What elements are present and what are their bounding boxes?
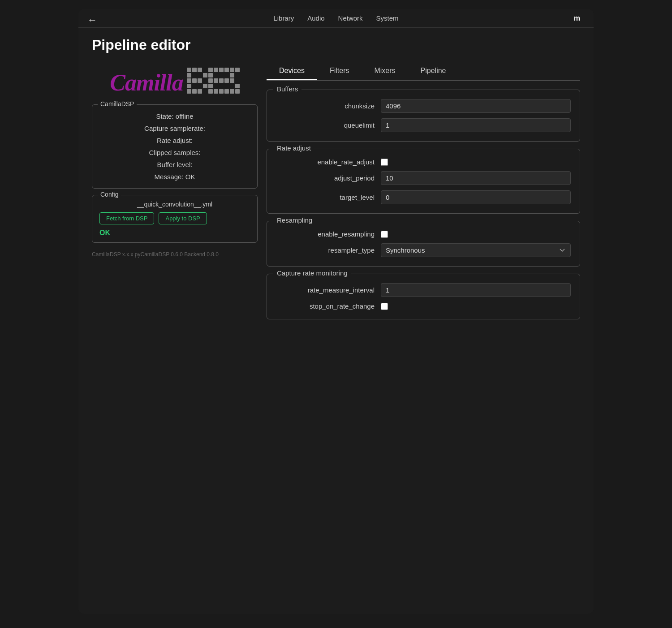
adjust-period-row: adjust_period — [276, 171, 571, 185]
chunksize-row: chunksize — [276, 99, 571, 113]
svg-rect-25 — [187, 89, 191, 94]
svg-rect-12 — [230, 73, 234, 77]
adjust-period-label: adjust_period — [276, 174, 375, 182]
rate-measure-interval-row: rate_measure_interval — [276, 283, 571, 297]
nav-links: Library Audio Network System — [273, 14, 398, 22]
svg-rect-28 — [208, 89, 213, 94]
svg-rect-33 — [235, 89, 240, 94]
svg-rect-0 — [187, 68, 191, 72]
resampling-section: Resampling enable_resampling resampler_t… — [267, 221, 580, 267]
queuelimit-input[interactable] — [381, 118, 571, 132]
svg-rect-18 — [219, 78, 224, 83]
target-level-label: target_level — [276, 194, 375, 201]
svg-rect-11 — [208, 73, 213, 77]
svg-rect-9 — [187, 73, 191, 77]
svg-rect-8 — [235, 68, 240, 72]
tab-filters[interactable]: Filters — [317, 62, 362, 80]
svg-rect-20 — [230, 78, 234, 83]
svg-rect-3 — [208, 68, 213, 72]
tab-pipeline[interactable]: Pipeline — [408, 62, 459, 80]
rate-adjust-section: Rate adjust enable_rate_adjust adjust_pe… — [267, 149, 580, 214]
queuelimit-label: queuelimit — [276, 121, 375, 129]
state-line: State: offline — [99, 110, 250, 122]
enable-rate-adjust-checkbox[interactable] — [381, 159, 388, 166]
buffer-level-line: Buffer level: — [99, 159, 250, 171]
fetch-from-dsp-button[interactable]: Fetch from DSP — [99, 212, 154, 224]
resampler-type-select[interactable]: Synchronous Asynchronous None — [381, 243, 571, 257]
target-level-row: target_level — [276, 190, 571, 204]
resampler-type-label: resampler_type — [276, 246, 375, 254]
config-filename: __quick_convolution__.yml — [99, 201, 250, 208]
queuelimit-row: queuelimit — [276, 118, 571, 132]
clipped-samples-line: Clipped samples: — [99, 146, 250, 159]
svg-rect-5 — [219, 68, 224, 72]
svg-rect-10 — [203, 73, 207, 77]
logo-area: Camilla — [92, 62, 258, 98]
resampling-label: Resampling — [273, 216, 316, 224]
config-status: OK — [99, 229, 250, 237]
svg-rect-30 — [219, 89, 224, 94]
svg-rect-6 — [224, 68, 229, 72]
svg-rect-17 — [214, 78, 218, 83]
chunksize-label: chunksize — [276, 102, 375, 110]
svg-rect-21 — [187, 84, 191, 88]
svg-rect-23 — [208, 84, 213, 88]
rate-measure-interval-label: rate_measure_interval — [276, 286, 375, 294]
buffers-label: Buffers — [273, 85, 302, 93]
left-panel: Camilla — [92, 62, 258, 327]
back-button[interactable]: ← — [87, 14, 97, 26]
main-content: Camilla — [78, 58, 594, 331]
svg-rect-1 — [192, 68, 197, 72]
version-info: CamillaDSP x.x.x pyCamillaDSP 0.6.0 Back… — [92, 249, 258, 260]
enable-rate-adjust-row: enable_rate_adjust — [276, 158, 571, 166]
stop-on-rate-change-row: stop_on_rate_change — [276, 302, 571, 310]
svg-rect-31 — [224, 89, 229, 94]
chunksize-input[interactable] — [381, 99, 571, 113]
svg-rect-29 — [214, 89, 218, 94]
svg-rect-24 — [235, 84, 240, 88]
rate-adjust-label: Rate adjust — [273, 144, 314, 152]
target-level-input[interactable] — [381, 190, 571, 204]
camilla-logo: Camilla — [110, 69, 183, 96]
nav-user: m — [574, 14, 580, 22]
top-nav: ← Library Audio Network System m — [78, 9, 594, 28]
svg-rect-2 — [198, 68, 202, 72]
enable-resampling-row: enable_resampling — [276, 230, 571, 238]
nav-system[interactable]: System — [376, 14, 399, 22]
svg-rect-22 — [203, 84, 207, 88]
right-panel: Devices Filters Mixers Pipeline Buffers … — [267, 62, 580, 327]
svg-rect-26 — [192, 89, 197, 94]
stop-on-rate-change-label: stop_on_rate_change — [276, 302, 375, 310]
svg-rect-27 — [198, 89, 202, 94]
status-info: State: offline Capture samplerate: Rate … — [99, 110, 250, 183]
apply-to-dsp-button[interactable]: Apply to DSP — [159, 212, 207, 224]
nav-network[interactable]: Network — [338, 14, 363, 22]
message-line: Message: OK — [99, 171, 250, 183]
tabs-row: Devices Filters Mixers Pipeline — [267, 62, 580, 81]
rate-measure-interval-input[interactable] — [381, 283, 571, 297]
status-box: CamillaDSP State: offline Capture sample… — [92, 104, 258, 189]
buffers-section: Buffers chunksize queuelimit — [267, 90, 580, 142]
nav-audio[interactable]: Audio — [307, 14, 324, 22]
enable-resampling-label: enable_resampling — [276, 230, 375, 238]
enable-resampling-checkbox[interactable] — [381, 231, 388, 238]
config-box-label: Config — [98, 191, 121, 198]
svg-rect-32 — [230, 89, 234, 94]
tab-mixers[interactable]: Mixers — [362, 62, 408, 80]
page-title: Pipeline editor — [78, 28, 594, 58]
svg-rect-16 — [208, 78, 213, 83]
tab-devices[interactable]: Devices — [267, 62, 317, 80]
capture-rate-section: Capture rate monitoring rate_measure_int… — [267, 274, 580, 319]
adjust-period-input[interactable] — [381, 171, 571, 185]
svg-rect-15 — [198, 78, 202, 83]
stop-on-rate-change-checkbox[interactable] — [381, 303, 388, 310]
enable-rate-adjust-label: enable_rate_adjust — [276, 158, 375, 166]
nav-library[interactable]: Library — [273, 14, 294, 22]
capture-samplerate-line: Capture samplerate: — [99, 122, 250, 134]
svg-rect-7 — [230, 68, 234, 72]
rate-adjust-line: Rate adjust: — [99, 134, 250, 146]
config-buttons: Fetch from DSP Apply to DSP — [99, 212, 250, 224]
svg-rect-14 — [192, 78, 197, 83]
svg-rect-19 — [224, 78, 229, 83]
svg-rect-13 — [187, 78, 191, 83]
